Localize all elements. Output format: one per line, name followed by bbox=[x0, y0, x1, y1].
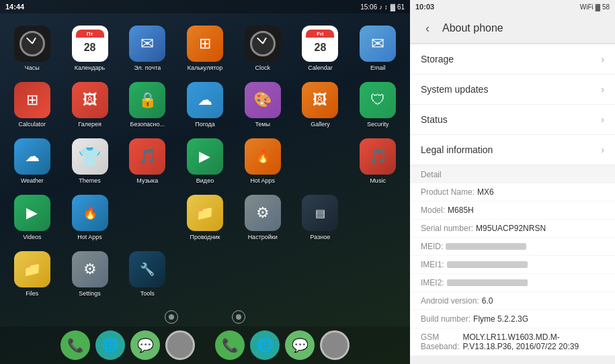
app-label-calendar-en: Calendar bbox=[308, 64, 333, 71]
app-icon-placeholder1 bbox=[302, 142, 338, 178]
dock-item-phone2[interactable]: 📞 bbox=[215, 330, 245, 360]
left-panel: 14:44 15:06 ♪ ↕ ▓ 61 ЧасыПт28Календарь✉Э… bbox=[0, 0, 410, 364]
menu-item-system-updates[interactable]: System updates› bbox=[410, 75, 615, 105]
app-item-explorer-ru[interactable]: 📁Проводник bbox=[176, 189, 234, 246]
app-item-placeholder4[interactable] bbox=[176, 246, 234, 302]
app-icon-security-en: 🛡 bbox=[360, 82, 396, 118]
app-icon-tools-en: 🔧 bbox=[129, 251, 165, 287]
app-icon-email-ru: ✉ bbox=[129, 26, 165, 62]
app-item-clock-en[interactable]: Clock bbox=[234, 20, 292, 77]
app-item-settings-ru[interactable]: ⚙Настройки bbox=[234, 189, 292, 246]
detail-label-7: Build number: bbox=[421, 314, 470, 324]
app-icon-weather-en: ☁ bbox=[14, 138, 50, 175]
app-icon-chasy bbox=[14, 26, 50, 62]
app-item-themes-en[interactable]: 👕Themes bbox=[61, 133, 119, 189]
menu-item-legal-info[interactable]: Legal information› bbox=[410, 135, 615, 165]
app-item-settings-en[interactable]: ⚙Settings bbox=[61, 246, 119, 302]
detail-header: Detail bbox=[421, 170, 604, 179]
app-item-video-ru[interactable]: ▶Видео bbox=[176, 133, 234, 189]
detail-value-4: ██████████████ bbox=[447, 261, 528, 268]
app-item-placeholder1[interactable] bbox=[292, 133, 350, 189]
app-icon-placeholder4 bbox=[187, 255, 223, 291]
app-item-gallery-en[interactable]: 🖼Gallery bbox=[292, 77, 350, 133]
about-title: About phone bbox=[442, 22, 503, 34]
app-item-calc-en[interactable]: ⊞Calculator bbox=[3, 77, 61, 133]
app-item-hotapps-en[interactable]: 🔥Hot Apps bbox=[61, 189, 119, 246]
dock-item-camera2[interactable] bbox=[320, 330, 350, 360]
app-item-gallery-ru[interactable]: 🖼Галерея bbox=[61, 77, 119, 133]
detail-item-4: IMEI1:██████████████ bbox=[410, 256, 615, 274]
app-icon-calendar-en: Fri28 bbox=[302, 26, 338, 62]
app-item-placeholder2[interactable] bbox=[118, 189, 176, 246]
app-label-music-ru: Музыка bbox=[136, 177, 158, 184]
chevron-right-icon: › bbox=[601, 144, 604, 155]
app-item-calendar-ru[interactable]: Пт28Календарь bbox=[61, 20, 119, 77]
time-right: 10:03 bbox=[415, 3, 434, 11]
dock-item-phone[interactable]: 📞 bbox=[60, 330, 90, 360]
menu-label-status: Status bbox=[421, 114, 448, 125]
app-item-email-en[interactable]: ✉Email bbox=[349, 20, 407, 77]
app-item-chasy[interactable]: Часы bbox=[3, 20, 61, 77]
app-label-video-ru: Видео bbox=[196, 177, 214, 184]
app-item-calc-ru[interactable]: ⊞Калькулятор bbox=[176, 20, 234, 77]
app-item-files-en[interactable]: 📁Files bbox=[3, 246, 61, 302]
app-icon-hotapps-ru: 🔥 bbox=[245, 138, 281, 175]
detail-value-1: M685H bbox=[448, 206, 474, 215]
menu-item-status[interactable]: Status› bbox=[410, 105, 615, 135]
app-icon-calc-ru: ⊞ bbox=[187, 26, 223, 62]
app-label-themes-ru: Темы bbox=[255, 121, 270, 128]
app-icon-calendar-ru: Пт28 bbox=[72, 26, 108, 62]
app-label-weather-en: Weather bbox=[21, 177, 44, 184]
app-item-security-ru[interactable]: 🔒Безопасно... bbox=[118, 77, 176, 133]
app-label-email-ru: Эл. почта bbox=[134, 64, 161, 71]
app-item-security-en[interactable]: 🛡Security bbox=[349, 77, 407, 133]
app-icon-music-ru: 🎵 bbox=[129, 138, 165, 175]
app-icon-placeholder2 bbox=[129, 198, 165, 234]
app-item-weather-ru[interactable]: ☁Погода bbox=[176, 77, 234, 133]
app-item-video-en[interactable]: ▶Videos bbox=[3, 189, 61, 246]
app-icon-calc-en: ⊞ bbox=[14, 82, 50, 118]
app-item-themes-ru[interactable]: 🎨Темы bbox=[234, 77, 292, 133]
bottom-dock: 📞🌐💬📞🌐💬 bbox=[0, 326, 410, 364]
chevron-right-icon: › bbox=[601, 114, 604, 125]
detail-value-0: MX6 bbox=[477, 187, 494, 197]
right-panel: 10:03 WiFi ▓ 58 ‹ About phone Storage›Sy… bbox=[410, 0, 615, 364]
dock-item-message[interactable]: 💬 bbox=[130, 330, 160, 360]
app-label-tools-en: Tools bbox=[140, 290, 155, 297]
time-left: 14:44 bbox=[5, 3, 24, 11]
back-button[interactable]: ‹ bbox=[418, 19, 437, 38]
app-item-tools-en[interactable]: 🔧Tools bbox=[118, 246, 176, 302]
dock-item-browser2[interactable]: 🌐 bbox=[250, 330, 280, 360]
dock-item-browser[interactable]: 🌐 bbox=[95, 330, 125, 360]
battery-right: ▓ 58 bbox=[596, 3, 610, 11]
app-item-placeholder3[interactable] bbox=[349, 189, 407, 246]
menu-item-storage[interactable]: Storage› bbox=[410, 44, 615, 75]
detail-value-8: MOLY.LR11.W1603.MD.M-P.V13.18.P36, 2016/… bbox=[463, 332, 605, 351]
app-item-raznoe-ru[interactable]: ▤Разное bbox=[292, 189, 350, 246]
app-icon-clock-en bbox=[245, 26, 281, 62]
app-label-hotapps-en: Hot Apps bbox=[77, 234, 102, 240]
app-item-calendar-en[interactable]: Fri28Calendar bbox=[292, 20, 350, 77]
menu-label-system-updates: System updates bbox=[421, 84, 488, 95]
app-item-music-en[interactable]: 🎵Music bbox=[349, 133, 407, 189]
detail-label-8: GSM Baseband: bbox=[421, 332, 460, 351]
app-item-weather-en[interactable]: ☁Weather bbox=[3, 133, 61, 189]
about-header: ‹ About phone bbox=[410, 13, 615, 44]
detail-item-2: Serial number:M95UACP92NRSN bbox=[410, 220, 615, 238]
app-icon-settings-ru: ⚙ bbox=[245, 195, 281, 231]
app-item-music-ru[interactable]: 🎵Музыка bbox=[118, 133, 176, 189]
app-icon-placeholder3 bbox=[360, 198, 396, 234]
dock-item-message2[interactable]: 💬 bbox=[285, 330, 315, 360]
app-label-gallery-en: Gallery bbox=[311, 121, 330, 128]
app-item-hotapps-ru[interactable]: 🔥Hot Apps bbox=[234, 133, 292, 189]
app-label-clock-en: Clock bbox=[255, 64, 270, 71]
app-icon-hotapps-en: 🔥 bbox=[72, 195, 108, 231]
app-item-email-ru[interactable]: ✉Эл. почта bbox=[118, 20, 176, 77]
dock-item-camera[interactable] bbox=[165, 330, 195, 360]
menu-label-legal-info: Legal information bbox=[421, 144, 493, 155]
app-label-weather-ru: Погода bbox=[195, 121, 215, 128]
app-icon-explorer-ru: 📁 bbox=[187, 195, 223, 231]
app-icon-email-en: ✉ bbox=[360, 26, 396, 62]
detail-label-0: Product Name: bbox=[421, 187, 475, 197]
app-label-gallery-ru: Галерея bbox=[78, 121, 101, 128]
